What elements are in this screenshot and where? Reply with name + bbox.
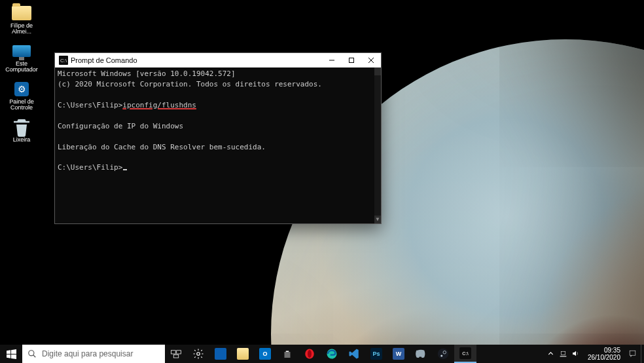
svg-point-9 — [438, 349, 449, 360]
taskbar-opera[interactable] — [298, 345, 321, 363]
svg-point-5 — [197, 353, 200, 356]
svg-point-11 — [440, 355, 442, 357]
cmd-title: Prompt de Comando — [71, 56, 322, 64]
svg-rect-4 — [173, 355, 179, 358]
svg-rect-3 — [177, 351, 181, 354]
cmd-line: Configuração de IP do Windows — [58, 122, 183, 130]
icon-label: Lixeira — [1, 137, 42, 143]
search-placeholder: Digite aqui para pesquisar — [42, 349, 133, 358]
scroll-down-arrow[interactable]: ▼ — [374, 216, 381, 223]
cmd-scrollbar[interactable]: ▲ ▼ — [374, 67, 381, 223]
this-pc-icon[interactable]: Este Computador — [1, 39, 42, 77]
store-icon — [281, 348, 293, 360]
edge-icon — [326, 348, 338, 360]
clock-time: 09:35 — [588, 347, 620, 354]
taskbar-steam[interactable] — [432, 345, 454, 363]
recycle-bin-icon[interactable]: Lixeira — [1, 115, 42, 147]
taskbar-discord[interactable] — [410, 345, 432, 363]
cmd-cursor — [123, 169, 127, 170]
taskbar-outlook[interactable]: O — [254, 345, 276, 363]
tray-chevron-up-icon[interactable] — [546, 349, 555, 359]
cmd-window[interactable]: C:\ Prompt de Comando Microsoft Windows … — [54, 52, 382, 224]
discord-icon — [415, 348, 427, 360]
svg-rect-2 — [171, 351, 176, 354]
clock-date: 26/10/2020 — [588, 354, 620, 361]
svg-point-7 — [308, 350, 312, 358]
taskbar-vscode[interactable] — [343, 345, 365, 363]
settings-shortcut[interactable] — [187, 345, 209, 363]
task-view-button[interactable] — [165, 345, 187, 363]
svg-rect-0 — [349, 58, 354, 63]
system-tray[interactable]: 09:35 26/10/2020 — [543, 345, 641, 363]
vscode-icon — [348, 348, 360, 360]
svg-rect-12 — [561, 351, 565, 354]
gear-icon — [192, 348, 204, 360]
cmd-typed-command: ipconfig/flushdns — [122, 101, 196, 109]
taskbar-unknown-app[interactable] — [209, 345, 232, 363]
icon-label: Este Computador — [1, 61, 42, 73]
cmd-app-icon: C:\ — [59, 56, 68, 65]
scroll-track[interactable] — [374, 75, 381, 216]
minimize-button[interactable] — [322, 53, 342, 67]
tray-volume-icon[interactable] — [571, 349, 580, 359]
cmd-titlebar[interactable]: C:\ Prompt de Comando — [55, 53, 381, 67]
windows-logo-icon — [7, 349, 16, 359]
icon-label: Painel de Controle — [1, 99, 42, 111]
taskbar-search[interactable]: Digite aqui para pesquisar — [22, 345, 165, 363]
taskbar-ms-store[interactable] — [276, 345, 298, 363]
start-button[interactable] — [0, 345, 22, 363]
icon-label: Filipe de Almei... — [1, 23, 42, 35]
taskbar-photoshop[interactable]: Ps — [365, 345, 387, 363]
task-view-icon — [170, 348, 182, 360]
svg-rect-13 — [630, 351, 635, 355]
steam-icon — [437, 348, 449, 360]
taskbar-word[interactable]: W — [387, 345, 410, 363]
desktop-icons: Filipe de Almei... Este Computador ⚙ Pai… — [1, 1, 46, 147]
close-button[interactable] — [361, 53, 381, 67]
cmd-output-area[interactable]: Microsoft Windows [versão 10.0.19042.572… — [55, 67, 381, 223]
taskbar-file-explorer[interactable] — [232, 345, 254, 363]
search-icon — [27, 349, 37, 358]
trash-icon — [11, 117, 32, 138]
cmd-line: (c) 2020 Microsoft Corporation. Todos os… — [58, 80, 322, 88]
tray-network-icon[interactable] — [559, 349, 567, 359]
user-folder-icon[interactable]: Filipe de Almei... — [1, 1, 42, 39]
cmd-prompt: C:\Users\Filip> — [58, 101, 122, 109]
cmd-line: Microsoft Windows [versão 10.0.19042.572… — [58, 69, 236, 78]
taskbar-clock[interactable]: 09:35 26/10/2020 — [585, 347, 623, 361]
taskbar-cmd[interactable]: C:\ — [454, 345, 476, 363]
cmd-line: Liberação do Cache do DNS Resolver bem-s… — [58, 143, 266, 151]
maximize-button[interactable] — [342, 53, 361, 67]
control-panel-icon[interactable]: ⚙ Painel de Controle — [1, 77, 42, 115]
tray-notifications-icon[interactable] — [628, 349, 637, 359]
show-desktop-button[interactable] — [641, 345, 644, 363]
svg-point-1 — [29, 351, 34, 356]
taskbar-edge[interactable] — [321, 345, 343, 363]
opera-icon — [304, 348, 315, 360]
taskbar: Digite aqui para pesquisar O Ps W C:\ — [0, 345, 644, 363]
cmd-prompt: C:\Users\Filip> — [58, 163, 122, 172]
